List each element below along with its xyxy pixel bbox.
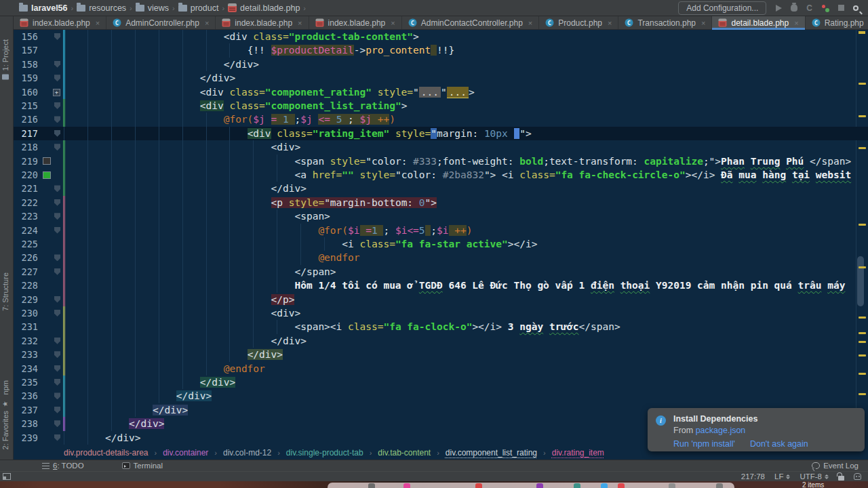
line-number[interactable]: 156 — [14, 30, 38, 43]
line-number[interactable]: 224 — [14, 224, 38, 237]
code-text[interactable]: </div> — [64, 417, 164, 430]
code-line[interactable]: 224@for($i =1 ; $i<=5 ;$i ++) — [14, 224, 868, 237]
toolwindow-toggle-icon[interactable] — [3, 473, 11, 480]
caret-position[interactable]: 217:78 — [741, 472, 765, 481]
editor-tab[interactable]: index.blade.php× — [309, 16, 402, 29]
fold-marker-icon[interactable] — [54, 379, 60, 386]
dock-app-icon[interactable] — [368, 483, 375, 488]
color-preview-swatch[interactable] — [43, 157, 51, 165]
element-breadcrumb[interactable]: div.col-md-12 — [223, 448, 271, 458]
code-text[interactable]: <div> — [64, 306, 300, 320]
line-number[interactable]: 228 — [14, 279, 38, 292]
line-number[interactable]: 227 — [14, 265, 38, 279]
element-breadcrumb[interactable]: div.component_list_rating — [446, 448, 537, 458]
fold-marker-icon[interactable] — [54, 130, 60, 137]
tab-close-icon[interactable]: × — [298, 19, 302, 27]
dock-app-icon[interactable] — [536, 483, 543, 488]
fold-marker-icon[interactable] — [54, 116, 60, 123]
code-text[interactable]: @endfor — [64, 362, 265, 375]
fold-marker-icon[interactable] — [54, 227, 60, 234]
code-text[interactable]: <div class="rating_item" style="margin: … — [64, 127, 532, 140]
code-text[interactable]: @for($j = 1 ;$j <= 5 ; $j ++) — [64, 113, 395, 126]
code-text[interactable]: </div> — [64, 431, 141, 445]
code-line[interactable]: 223<span> — [14, 209, 868, 223]
tool-strip-npm[interactable]: npm — [1, 380, 9, 394]
fold-marker-icon[interactable] — [54, 392, 60, 399]
code-line[interactable]: 157{!! $productDetail->pro_content !!} — [14, 43, 868, 57]
package-json-link[interactable]: package.json — [696, 426, 746, 435]
line-number[interactable]: 223 — [14, 209, 38, 223]
fold-marker-icon[interactable] — [54, 199, 60, 206]
line-number[interactable]: 215 — [14, 99, 38, 113]
run-icon[interactable] — [776, 5, 782, 12]
editor-tab[interactable]: CAdminContactController.php× — [402, 16, 540, 29]
fold-marker-icon[interactable] — [54, 61, 60, 68]
line-number[interactable]: 230 — [14, 306, 38, 320]
element-breadcrumb[interactable]: div.single-product-tab — [286, 448, 363, 458]
code-text[interactable]: <a href="" style="color: #2ba832"> <i cl… — [64, 168, 851, 182]
event-log-button[interactable]: Event Log — [812, 462, 859, 470]
code-text[interactable]: </div> — [64, 71, 235, 85]
code-text[interactable]: <div class="component_list_rating"> — [64, 99, 407, 113]
code-line[interactable]: 160+<div class="component_rating" style=… — [14, 85, 868, 99]
tool-strip-favorites[interactable]: 2: Favorites★ — [1, 400, 9, 449]
editor-tab[interactable]: CAdminController.php× — [106, 16, 216, 29]
tab-close-icon[interactable]: × — [391, 19, 395, 27]
line-number[interactable]: 159 — [14, 71, 38, 85]
code-line[interactable]: 217<div class="rating_item" style="margi… — [14, 127, 868, 140]
line-number[interactable]: 225 — [14, 237, 38, 251]
code-line[interactable]: 232</div> — [14, 334, 868, 348]
code-line[interactable]: 229</p> — [14, 293, 868, 306]
terminal-toolwindow-button[interactable]: Terminal — [122, 462, 163, 470]
code-line[interactable]: 216@for($j = 1 ;$j <= 5 ; $j ++) — [14, 113, 868, 126]
line-number[interactable]: 226 — [14, 251, 38, 264]
add-configuration-button[interactable]: Add Configuration... — [678, 1, 766, 15]
color-preview-swatch[interactable] — [43, 171, 51, 179]
code-line[interactable]: 235</div> — [14, 375, 868, 389]
line-number[interactable]: 220 — [14, 168, 38, 182]
code-line[interactable]: 159</div> — [14, 71, 868, 85]
code-text[interactable]: <p style="margin-bottom: 0"> — [64, 196, 437, 209]
tab-close-icon[interactable]: × — [205, 19, 209, 27]
line-number[interactable]: 232 — [14, 334, 38, 348]
code-text[interactable]: </div> — [64, 403, 188, 417]
code-text[interactable]: <i class="fa fa-star active"></i> — [64, 237, 537, 251]
tab-close-icon[interactable]: × — [794, 19, 798, 27]
code-line[interactable]: 219<span style="color: #333;font-weight:… — [14, 155, 868, 168]
element-breadcrumb[interactable]: div.product-details-area — [64, 448, 149, 458]
editor-tab[interactable]: CProduct.php× — [539, 16, 618, 29]
code-text[interactable]: <div class="product-tab-content"> — [64, 30, 419, 43]
fold-marker-icon[interactable] — [54, 296, 60, 303]
dock-app-icon[interactable] — [716, 483, 723, 488]
fold-marker-icon[interactable] — [54, 365, 60, 372]
dock-app-icon[interactable] — [669, 483, 675, 488]
fold-marker-icon[interactable] — [54, 102, 60, 109]
line-number[interactable]: 217 — [14, 127, 38, 140]
search-everywhere-icon[interactable] — [853, 5, 859, 11]
line-number[interactable]: 157 — [14, 43, 38, 57]
profiler-icon[interactable] — [821, 4, 829, 12]
line-number[interactable]: 239 — [14, 431, 38, 445]
code-text[interactable]: </div> — [64, 58, 259, 71]
code-text[interactable]: @for($i =1 ; $i<=5 ;$i ++) — [64, 224, 472, 237]
tool-strip-project[interactable]: 1: Project — [1, 39, 9, 79]
install-dependencies-notification[interactable]: i Install Dependencies From package.json… — [648, 408, 865, 451]
dock-app-icon[interactable] — [403, 483, 410, 488]
code-text[interactable]: </span> — [64, 265, 336, 279]
line-number[interactable]: 221 — [14, 182, 38, 195]
macos-dock[interactable] — [328, 483, 734, 488]
code-line[interactable]: 231<span><i class="fa fa-clock-o"></i> 3… — [14, 320, 868, 333]
tab-close-icon[interactable]: × — [701, 19, 705, 27]
breadcrumb-item[interactable]: views — [136, 3, 169, 13]
line-number[interactable]: 231 — [14, 320, 38, 333]
code-text[interactable]: <span> — [64, 209, 330, 223]
fold-marker-icon[interactable] — [54, 351, 60, 358]
code-line[interactable]: 227</span> — [14, 265, 868, 279]
code-line[interactable]: 234@endfor — [14, 362, 868, 375]
fold-marker-icon[interactable] — [54, 254, 60, 261]
line-number[interactable]: 238 — [14, 417, 38, 430]
fold-expand-icon[interactable]: + — [53, 89, 60, 96]
fold-marker-icon[interactable] — [54, 213, 60, 220]
run-npm-install-link[interactable]: Run 'npm install' — [673, 439, 735, 449]
line-number[interactable]: 234 — [14, 362, 38, 375]
